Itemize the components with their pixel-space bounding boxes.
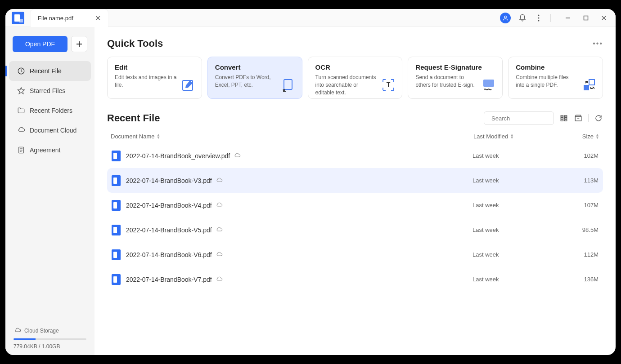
file-modified: Last week xyxy=(472,202,562,209)
storage-label: Cloud Storage xyxy=(24,328,59,334)
divider xyxy=(588,114,589,122)
folder-icon xyxy=(17,107,25,115)
bell-icon[interactable] xyxy=(518,13,527,22)
tool-card-ocr[interactable]: OCRTurn scanned documents into searchabl… xyxy=(308,57,403,99)
sidebar: Open PDF Recent File Starred Files Recen… xyxy=(5,27,94,355)
document-tab[interactable]: File name.pdf ✕ xyxy=(31,9,108,27)
storage-usage-text: 779.04KB / 1.00GB xyxy=(14,343,86,350)
quick-tools-title: Quick Tools xyxy=(107,38,163,49)
sidebar-item-recent-folders[interactable]: Recent Folders xyxy=(9,101,91,120)
file-name: 2022-07-14-BrandBook-V5.pdf xyxy=(126,226,472,234)
file-name: 2022-07-14-BrandBook-V3.pdf xyxy=(126,177,472,184)
file-row[interactable]: 2022-07-14-BrandBook-V4.pdf Last week107… xyxy=(107,193,603,218)
new-file-button[interactable] xyxy=(71,36,87,52)
cloud-sync-icon xyxy=(216,226,223,234)
tool-card-convert[interactable]: ConvertConvert PDFs to Word, Excel, PPT,… xyxy=(207,57,302,99)
close-window-icon[interactable] xyxy=(599,13,608,22)
tool-icon xyxy=(582,78,596,92)
svg-point-3 xyxy=(538,20,540,21)
table-header: Document Name▲▼ Last Modified▲▼ Size▲▼ xyxy=(107,129,603,143)
file-row[interactable]: 2022-07-14-BrandBook_overview.pdf Last w… xyxy=(107,143,603,168)
svg-rect-26 xyxy=(561,120,563,121)
pdf-file-icon xyxy=(112,249,121,260)
star-icon xyxy=(17,87,25,95)
sidebar-item-label: Recent File xyxy=(30,67,62,75)
file-row[interactable]: 2022-07-14-BrandBook-V3.pdf Last week113… xyxy=(107,168,603,193)
sidebar-item-starred-files[interactable]: Starred Files xyxy=(9,81,91,101)
refresh-icon[interactable] xyxy=(594,114,603,123)
cloud-sync-icon xyxy=(234,152,241,160)
svg-point-2 xyxy=(538,17,540,18)
clock-icon xyxy=(17,67,25,75)
svg-rect-28 xyxy=(565,118,567,119)
tool-icon xyxy=(181,78,195,92)
list-view-icon[interactable] xyxy=(559,114,568,123)
titlebar: File name.pdf ✕ xyxy=(5,9,616,27)
tool-icon xyxy=(281,78,296,92)
column-last-modified[interactable]: Last Modified▲▼ xyxy=(473,133,563,140)
pdf-file-icon xyxy=(112,225,121,235)
file-row[interactable]: 2022-07-14-BrandBook-V6.pdf Last week112… xyxy=(107,242,603,267)
file-row[interactable]: 2022-07-14-BrandBook-V5.pdf Last week98.… xyxy=(107,218,603,242)
tool-icon xyxy=(482,78,496,92)
tool-title: Combine xyxy=(516,63,595,71)
sort-icon: ▲▼ xyxy=(510,134,514,139)
main-content: Quick Tools ••• EditEdit texts and image… xyxy=(94,27,616,355)
svg-rect-20 xyxy=(589,80,594,85)
file-size: 113M xyxy=(562,177,598,184)
file-row[interactable]: 2022-07-14-BrandBook-V7.pdf Last week136… xyxy=(107,267,603,292)
open-pdf-button[interactable]: Open PDF xyxy=(13,36,68,52)
column-document-name[interactable]: Document Name▲▼ xyxy=(111,133,473,140)
tool-card-combine[interactable]: CombineCombine multiple files into a sin… xyxy=(508,57,603,99)
sidebar-item-agreement[interactable]: Agreement xyxy=(9,140,91,160)
pdf-file-icon xyxy=(112,200,121,211)
sidebar-item-document-cloud[interactable]: Document Cloud xyxy=(9,120,91,140)
maximize-icon[interactable] xyxy=(581,13,590,22)
tool-description: Edit texts and images in a file. xyxy=(115,74,178,89)
cloud-icon xyxy=(17,126,25,134)
close-tab-icon[interactable]: ✕ xyxy=(95,14,101,22)
sort-icon: ▲▼ xyxy=(595,134,599,139)
kebab-menu-icon[interactable] xyxy=(534,13,543,22)
file-modified: Last week xyxy=(472,251,562,258)
svg-point-1 xyxy=(538,14,540,16)
column-size[interactable]: Size▲▼ xyxy=(563,133,599,140)
svg-rect-21 xyxy=(584,85,589,90)
search-input-container[interactable] xyxy=(484,111,554,125)
file-size: 136M xyxy=(562,276,598,283)
cloud-sync-icon xyxy=(216,202,223,209)
file-name: 2022-07-14-BrandBook-V4.pdf xyxy=(126,202,472,209)
sidebar-item-recent-file[interactable]: Recent File xyxy=(9,61,91,81)
pdf-file-icon xyxy=(112,151,121,161)
file-size: 107M xyxy=(562,202,598,209)
tool-title: Edit xyxy=(115,63,194,71)
tool-description: Turn scanned documents into searchable o… xyxy=(315,74,378,96)
divider xyxy=(550,14,551,22)
file-modified: Last week xyxy=(472,152,562,159)
cloud-storage-widget: Cloud Storage 779.04KB / 1.00GB xyxy=(5,327,94,350)
document-icon xyxy=(17,146,25,154)
file-size: 112M xyxy=(562,251,598,258)
user-avatar-icon[interactable] xyxy=(500,13,511,23)
archive-icon[interactable] xyxy=(574,114,583,123)
more-icon[interactable]: ••• xyxy=(593,40,603,48)
sidebar-item-label: Document Cloud xyxy=(30,127,76,134)
cloud-icon xyxy=(14,327,22,335)
file-name: 2022-07-14-BrandBook-V7.pdf xyxy=(126,276,472,283)
svg-point-0 xyxy=(504,16,507,18)
sort-icon: ▲▼ xyxy=(157,134,161,139)
svg-rect-27 xyxy=(565,115,567,117)
svg-rect-5 xyxy=(584,16,588,20)
tool-description: Send a document to others for trusted E-… xyxy=(415,74,478,89)
minimize-icon[interactable] xyxy=(563,13,572,22)
tool-card-request-e-signature[interactable]: Request E-SignatureSend a document to ot… xyxy=(408,57,503,99)
svg-text:T: T xyxy=(387,81,391,88)
pdf-file-icon xyxy=(112,274,121,285)
svg-rect-25 xyxy=(561,118,563,119)
titlebar-controls xyxy=(500,13,616,23)
tool-icon: T xyxy=(381,78,396,92)
search-input[interactable] xyxy=(491,115,567,122)
pdf-file-icon xyxy=(112,175,121,186)
file-modified: Last week xyxy=(472,276,562,283)
tool-card-edit[interactable]: EditEdit texts and images in a file. xyxy=(107,57,202,99)
